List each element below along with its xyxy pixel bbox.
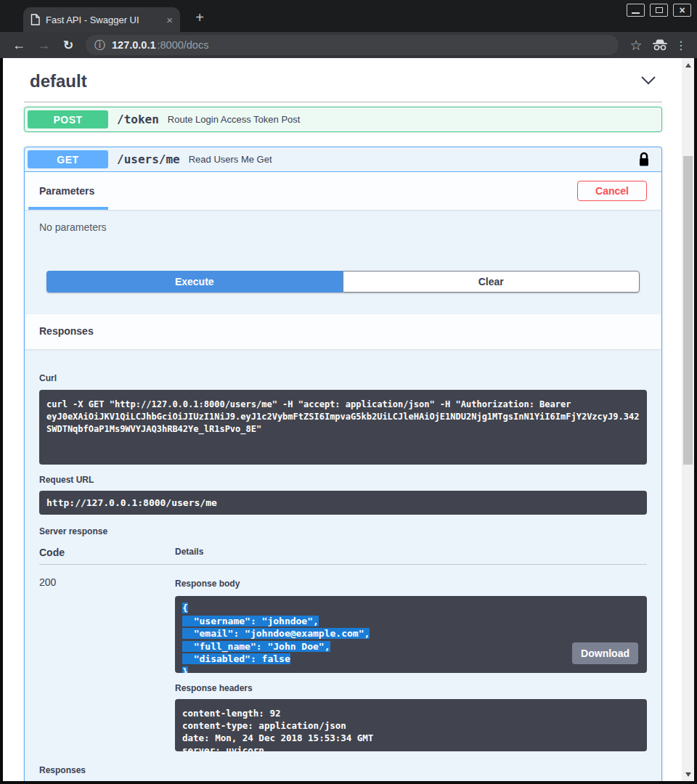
- cancel-button[interactable]: Cancel: [577, 181, 647, 201]
- browser-tab[interactable]: Fast API - Swagger UI ×: [23, 7, 180, 32]
- page-icon: [30, 14, 40, 25]
- response-body-block: { "username": "johndoe", "email": "johnd…: [175, 596, 647, 673]
- address-bar[interactable]: ⓘ 127.0.0.1 :8000/docs: [86, 35, 619, 55]
- swagger-page: default POST /token Route Login Access T…: [3, 58, 682, 781]
- method-badge-get: GET: [28, 150, 108, 168]
- response-details: Response body { "username": "johndoe", "…: [175, 576, 647, 751]
- chevron-down-icon[interactable]: [640, 75, 656, 88]
- forward-icon: →: [32, 38, 55, 53]
- opblock-get-users-me: GET /users/me Read Users Me Get Paramete…: [24, 147, 662, 781]
- no-parameters-text: No parameters: [39, 221, 647, 233]
- curl-label: Curl: [39, 373, 57, 383]
- curl-command: curl -X GET "http://127.0.0.1:8000/users…: [39, 390, 647, 465]
- minimize-icon: [632, 12, 640, 14]
- active-tab-indicator: [28, 207, 108, 210]
- endpoint-path: /token: [117, 113, 159, 126]
- browser-toolbar: ← → ↻ ⓘ 127.0.0.1 :8000/docs ☆ ⋮: [0, 32, 697, 58]
- method-badge-post: POST: [28, 110, 108, 128]
- browser-window: Fast API - Swagger UI × + × ← → ↻ ⓘ 127.…: [0, 0, 697, 784]
- scroll-up-arrow[interactable]: [682, 60, 694, 70]
- clear-button[interactable]: Clear: [343, 271, 640, 293]
- responses-body: Curl curl -X GET "http://127.0.0.1:8000/…: [25, 349, 661, 781]
- maximize-button[interactable]: [650, 4, 668, 17]
- responses-section-header: Responses: [25, 314, 661, 349]
- response-body-label: Response body: [175, 579, 240, 589]
- request-url-label: Request URL: [39, 475, 647, 485]
- opblock-summary[interactable]: POST /token Route Login Access Token Pos…: [25, 107, 661, 131]
- execute-row: Execute Clear: [46, 271, 640, 293]
- code-column-header: Code: [39, 547, 175, 558]
- tab-close-icon[interactable]: ×: [166, 15, 173, 25]
- response-headers-label: Response headers: [175, 683, 647, 693]
- endpoint-summary: Route Login Access Token Post: [168, 114, 659, 125]
- parameters-header: Parameters Cancel: [25, 172, 661, 210]
- endpoint-path: /users/me: [117, 152, 180, 166]
- endpoint-summary: Read Users Me Get: [189, 154, 638, 165]
- tab-strip: Fast API - Swagger UI × + ×: [0, 0, 697, 32]
- maximize-icon: [656, 7, 663, 13]
- server-response-label: Server response: [39, 526, 647, 536]
- server-response-row: 200 Response body { "username": "johndoe…: [39, 565, 647, 751]
- window-controls: ×: [627, 4, 691, 17]
- minimize-button[interactable]: [627, 4, 645, 17]
- documented-responses-label: Responses: [39, 765, 647, 775]
- tab-title: Fast API - Swagger UI: [46, 15, 160, 25]
- execute-button[interactable]: Execute: [46, 271, 343, 293]
- scrollbar-thumb[interactable]: [683, 156, 693, 465]
- info-icon[interactable]: ⓘ: [94, 38, 105, 52]
- request-url-value: http://127.0.0.1:8000/users/me: [39, 491, 647, 515]
- parameters-body: No parameters Execute Clear: [25, 210, 661, 314]
- details-column-header: Details: [175, 547, 647, 558]
- section-title: default: [30, 71, 87, 91]
- status-code: 200: [39, 576, 175, 751]
- new-tab-button[interactable]: +: [190, 8, 209, 27]
- server-response-table-header: Code Details: [39, 547, 647, 565]
- back-icon[interactable]: ←: [7, 38, 30, 53]
- opblock-post-token: POST /token Route Login Access Token Pos…: [24, 107, 662, 132]
- menu-icon[interactable]: ⋮: [672, 38, 690, 52]
- opblock-summary[interactable]: GET /users/me Read Users Me Get: [25, 147, 661, 172]
- scrollbar[interactable]: [682, 58, 694, 781]
- url-host: 127.0.0.1: [112, 39, 155, 51]
- close-button[interactable]: ×: [673, 4, 691, 17]
- section-header[interactable]: default: [24, 68, 662, 102]
- scroll-down-arrow[interactable]: [682, 769, 694, 780]
- page-viewport: default POST /token Route Login Access T…: [3, 58, 694, 781]
- download-button[interactable]: Download: [572, 642, 638, 664]
- tab-parameters[interactable]: Parameters: [39, 185, 94, 197]
- bookmark-star-icon[interactable]: ☆: [624, 37, 648, 54]
- response-body-json: { "username": "johndoe", "email": "johnd…: [182, 603, 370, 673]
- incognito-icon: [649, 39, 671, 51]
- reload-icon[interactable]: ↻: [57, 38, 80, 53]
- response-headers-block: content-length: 92 content-type: applica…: [175, 699, 647, 751]
- lock-icon[interactable]: [638, 152, 650, 167]
- close-icon: ×: [679, 5, 685, 15]
- url-path: :8000/docs: [157, 39, 208, 51]
